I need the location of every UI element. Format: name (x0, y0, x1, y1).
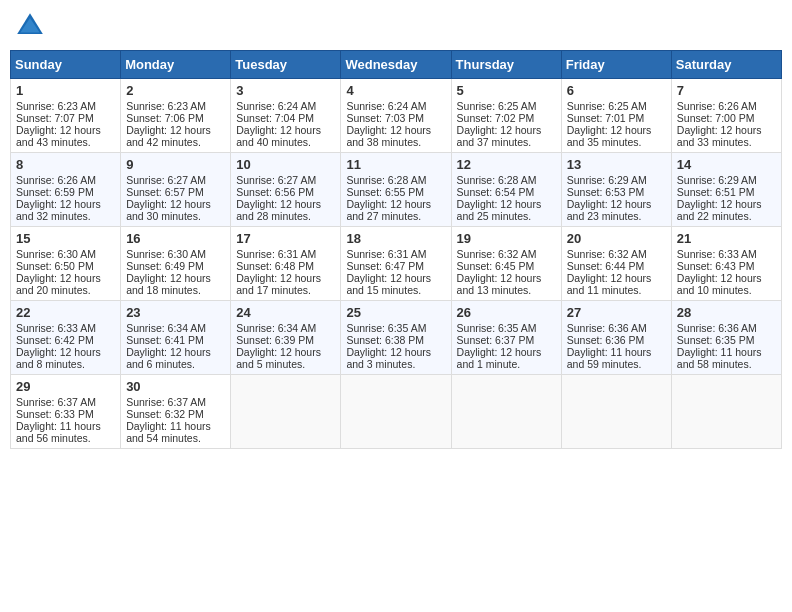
daylight-label: Daylight: 12 hours and 20 minutes. (16, 272, 101, 296)
sunset-label: Sunset: 7:04 PM (236, 112, 314, 124)
daylight-label: Daylight: 12 hours and 8 minutes. (16, 346, 101, 370)
daylight-label: Daylight: 12 hours and 13 minutes. (457, 272, 542, 296)
day-number: 19 (457, 231, 556, 246)
daylight-label: Daylight: 12 hours and 30 minutes. (126, 198, 211, 222)
calendar-cell: 4Sunrise: 6:24 AMSunset: 7:03 PMDaylight… (341, 79, 451, 153)
day-number: 22 (16, 305, 115, 320)
sunset-label: Sunset: 6:47 PM (346, 260, 424, 272)
sunset-label: Sunset: 6:59 PM (16, 186, 94, 198)
daylight-label: Daylight: 12 hours and 10 minutes. (677, 272, 762, 296)
calendar-cell: 23Sunrise: 6:34 AMSunset: 6:41 PMDayligh… (121, 301, 231, 375)
calendar-week-row: 1Sunrise: 6:23 AMSunset: 7:07 PMDaylight… (11, 79, 782, 153)
daylight-label: Daylight: 12 hours and 5 minutes. (236, 346, 321, 370)
weekday-header-wednesday: Wednesday (341, 51, 451, 79)
calendar-week-row: 15Sunrise: 6:30 AMSunset: 6:50 PMDayligh… (11, 227, 782, 301)
sunrise-label: Sunrise: 6:23 AM (16, 100, 96, 112)
daylight-label: Daylight: 12 hours and 32 minutes. (16, 198, 101, 222)
sunrise-label: Sunrise: 6:33 AM (16, 322, 96, 334)
sunset-label: Sunset: 6:39 PM (236, 334, 314, 346)
calendar-cell: 21Sunrise: 6:33 AMSunset: 6:43 PMDayligh… (671, 227, 781, 301)
calendar-cell: 16Sunrise: 6:30 AMSunset: 6:49 PMDayligh… (121, 227, 231, 301)
sunrise-label: Sunrise: 6:30 AM (126, 248, 206, 260)
daylight-label: Daylight: 11 hours and 56 minutes. (16, 420, 101, 444)
sunset-label: Sunset: 6:49 PM (126, 260, 204, 272)
sunset-label: Sunset: 7:07 PM (16, 112, 94, 124)
sunrise-label: Sunrise: 6:36 AM (677, 322, 757, 334)
sunset-label: Sunset: 6:57 PM (126, 186, 204, 198)
sunrise-label: Sunrise: 6:34 AM (236, 322, 316, 334)
day-number: 12 (457, 157, 556, 172)
calendar-cell: 27Sunrise: 6:36 AMSunset: 6:36 PMDayligh… (561, 301, 671, 375)
calendar-cell (451, 375, 561, 449)
day-number: 7 (677, 83, 776, 98)
sunrise-label: Sunrise: 6:27 AM (236, 174, 316, 186)
calendar-cell: 9Sunrise: 6:27 AMSunset: 6:57 PMDaylight… (121, 153, 231, 227)
sunrise-label: Sunrise: 6:36 AM (567, 322, 647, 334)
daylight-label: Daylight: 11 hours and 59 minutes. (567, 346, 652, 370)
day-number: 16 (126, 231, 225, 246)
sunrise-label: Sunrise: 6:29 AM (677, 174, 757, 186)
daylight-label: Daylight: 12 hours and 25 minutes. (457, 198, 542, 222)
sunrise-label: Sunrise: 6:24 AM (236, 100, 316, 112)
weekday-header-sunday: Sunday (11, 51, 121, 79)
sunset-label: Sunset: 7:00 PM (677, 112, 755, 124)
calendar-cell: 6Sunrise: 6:25 AMSunset: 7:01 PMDaylight… (561, 79, 671, 153)
calendar-week-row: 22Sunrise: 6:33 AMSunset: 6:42 PMDayligh… (11, 301, 782, 375)
sunset-label: Sunset: 6:43 PM (677, 260, 755, 272)
daylight-label: Daylight: 12 hours and 22 minutes. (677, 198, 762, 222)
calendar-cell: 17Sunrise: 6:31 AMSunset: 6:48 PMDayligh… (231, 227, 341, 301)
sunrise-label: Sunrise: 6:30 AM (16, 248, 96, 260)
sunset-label: Sunset: 7:03 PM (346, 112, 424, 124)
calendar-cell: 26Sunrise: 6:35 AMSunset: 6:37 PMDayligh… (451, 301, 561, 375)
sunset-label: Sunset: 6:51 PM (677, 186, 755, 198)
calendar-cell: 29Sunrise: 6:37 AMSunset: 6:33 PMDayligh… (11, 375, 121, 449)
calendar-cell: 7Sunrise: 6:26 AMSunset: 7:00 PMDaylight… (671, 79, 781, 153)
sunset-label: Sunset: 6:55 PM (346, 186, 424, 198)
calendar-table: SundayMondayTuesdayWednesdayThursdayFrid… (10, 50, 782, 449)
daylight-label: Daylight: 12 hours and 40 minutes. (236, 124, 321, 148)
calendar-cell: 30Sunrise: 6:37 AMSunset: 6:32 PMDayligh… (121, 375, 231, 449)
sunrise-label: Sunrise: 6:24 AM (346, 100, 426, 112)
sunrise-label: Sunrise: 6:37 AM (126, 396, 206, 408)
weekday-header-thursday: Thursday (451, 51, 561, 79)
calendar-cell: 18Sunrise: 6:31 AMSunset: 6:47 PMDayligh… (341, 227, 451, 301)
sunrise-label: Sunrise: 6:23 AM (126, 100, 206, 112)
daylight-label: Daylight: 12 hours and 28 minutes. (236, 198, 321, 222)
sunset-label: Sunset: 6:53 PM (567, 186, 645, 198)
day-number: 23 (126, 305, 225, 320)
sunset-label: Sunset: 6:50 PM (16, 260, 94, 272)
calendar-cell (561, 375, 671, 449)
sunset-label: Sunset: 6:41 PM (126, 334, 204, 346)
daylight-label: Daylight: 12 hours and 1 minute. (457, 346, 542, 370)
daylight-label: Daylight: 12 hours and 33 minutes. (677, 124, 762, 148)
daylight-label: Daylight: 12 hours and 3 minutes. (346, 346, 431, 370)
calendar-cell: 8Sunrise: 6:26 AMSunset: 6:59 PMDaylight… (11, 153, 121, 227)
sunset-label: Sunset: 6:54 PM (457, 186, 535, 198)
daylight-label: Daylight: 12 hours and 15 minutes. (346, 272, 431, 296)
calendar-cell: 20Sunrise: 6:32 AMSunset: 6:44 PMDayligh… (561, 227, 671, 301)
daylight-label: Daylight: 12 hours and 18 minutes. (126, 272, 211, 296)
calendar-cell: 15Sunrise: 6:30 AMSunset: 6:50 PMDayligh… (11, 227, 121, 301)
sunrise-label: Sunrise: 6:28 AM (346, 174, 426, 186)
calendar-cell: 10Sunrise: 6:27 AMSunset: 6:56 PMDayligh… (231, 153, 341, 227)
sunset-label: Sunset: 7:01 PM (567, 112, 645, 124)
daylight-label: Daylight: 12 hours and 23 minutes. (567, 198, 652, 222)
day-number: 14 (677, 157, 776, 172)
sunrise-label: Sunrise: 6:26 AM (16, 174, 96, 186)
day-number: 3 (236, 83, 335, 98)
day-number: 28 (677, 305, 776, 320)
sunset-label: Sunset: 6:45 PM (457, 260, 535, 272)
day-number: 2 (126, 83, 225, 98)
daylight-label: Daylight: 11 hours and 54 minutes. (126, 420, 211, 444)
sunrise-label: Sunrise: 6:28 AM (457, 174, 537, 186)
calendar-cell: 5Sunrise: 6:25 AMSunset: 7:02 PMDaylight… (451, 79, 561, 153)
daylight-label: Daylight: 12 hours and 38 minutes. (346, 124, 431, 148)
weekday-header-monday: Monday (121, 51, 231, 79)
day-number: 10 (236, 157, 335, 172)
calendar-cell: 25Sunrise: 6:35 AMSunset: 6:38 PMDayligh… (341, 301, 451, 375)
day-number: 29 (16, 379, 115, 394)
daylight-label: Daylight: 12 hours and 43 minutes. (16, 124, 101, 148)
day-number: 21 (677, 231, 776, 246)
sunset-label: Sunset: 6:33 PM (16, 408, 94, 420)
day-number: 1 (16, 83, 115, 98)
